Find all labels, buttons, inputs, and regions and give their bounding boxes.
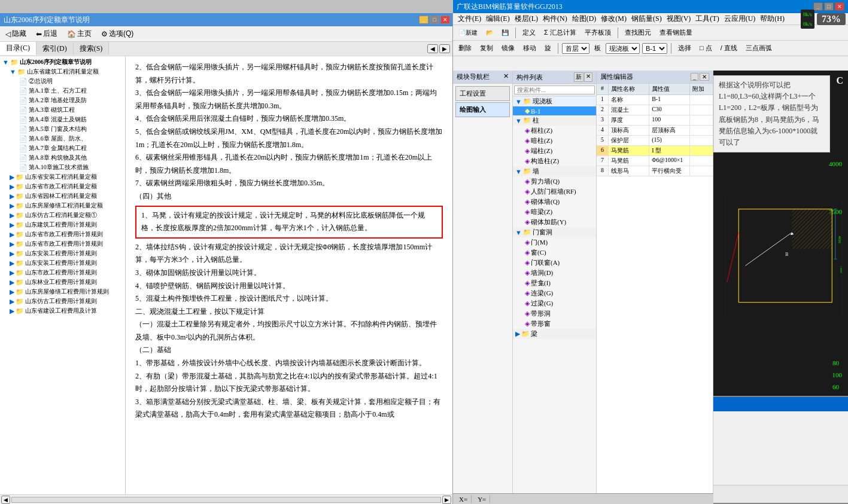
- scroll-left-btn[interactable]: ◀: [1, 496, 10, 504]
- drawing-input-btn[interactable]: 绘图输入: [455, 102, 510, 117]
- menu-modify[interactable]: 修改(M): [598, 13, 629, 25]
- props-minimize-btn[interactable]: _: [691, 73, 698, 81]
- comp-folder-wall[interactable]: ▼ 📁 墙: [513, 166, 596, 176]
- move-btn[interactable]: 移动: [520, 42, 539, 54]
- comp-folder-plate[interactable]: ▼ 📁 现浇板: [513, 96, 596, 106]
- comp-item-door[interactable]: ◈ 门(M): [513, 237, 596, 248]
- comp-item-al[interactable]: ◈ 暗梁(Z): [513, 207, 596, 217]
- tree-root[interactable]: ▼ 📁 山东2006序列定额章节说明: [1, 57, 124, 67]
- comp-item-dlc[interactable]: ◈ 门联窗(A): [513, 258, 596, 268]
- tab-index[interactable]: 索引(D): [37, 42, 74, 55]
- comp-item-ll[interactable]: ◈ 连梁(G): [513, 288, 596, 298]
- tree-item-fee2[interactable]: ▶ 📁 山东省市政工程费用计算规则: [8, 230, 124, 239]
- tree-item-a10[interactable]: 📄 第A.10章施工技术措施: [18, 163, 124, 172]
- summarize-btn[interactable]: Σ 汇总计算: [541, 27, 579, 38]
- props-value-6[interactable]: I 型: [649, 146, 690, 155]
- new-project-btn[interactable]: 📄新建: [455, 28, 481, 38]
- nav-next-btn[interactable]: ▶: [439, 44, 450, 53]
- close-btn[interactable]: ✕: [440, 16, 450, 24]
- tree-item-fee4[interactable]: ▶ 📁 山东安装工程费用计算规则: [8, 249, 124, 258]
- delete-btn[interactable]: 删除: [455, 42, 475, 54]
- tree-item-a3[interactable]: 📄 第A.3章 砌筑工程: [18, 105, 124, 115]
- hide-btn[interactable]: ◁ 隐藏: [2, 28, 29, 40]
- menu-view[interactable]: 视图(V): [664, 13, 694, 25]
- select-btn[interactable]: 选择: [675, 42, 694, 54]
- tree-item-fee10[interactable]: ▶ 📁 山东省建设工程费用及计算: [8, 306, 124, 316]
- comp-item-bk[interactable]: ◈ 壁龛(I): [513, 278, 596, 288]
- component-subtype-selector[interactable]: 现浇板: [606, 43, 640, 54]
- comp-item-qd[interactable]: ◈ 墙洞(D): [513, 268, 596, 278]
- more-btn[interactable]: 旋: [542, 42, 554, 54]
- comp-folder-beam[interactable]: ▶ 📁 梁: [513, 329, 596, 339]
- menu-tools[interactable]: 工具(T): [693, 13, 721, 25]
- align-top-btn[interactable]: 平齐板顶: [582, 27, 614, 38]
- tree-item-repair[interactable]: ▶ 📁 山东房屋修缮工程消耗量定额: [8, 201, 124, 210]
- line-btn[interactable]: / 直线: [718, 42, 740, 54]
- comp-item-qtq[interactable]: ◈ 砌体墙(Q): [513, 197, 596, 207]
- tree-item-fee8[interactable]: ▶ 📁 山东房屋修缮工程费用计算规则: [8, 287, 124, 297]
- comp-folder-col[interactable]: ▼ 📁 柱: [513, 115, 596, 126]
- define-btn[interactable]: 定义: [519, 27, 539, 38]
- mirror-btn[interactable]: 镜像: [499, 42, 518, 54]
- point-btn[interactable]: □ 点: [697, 42, 715, 54]
- tree-item-install[interactable]: ▶ 📁 山东省安装工程消耗量定额: [8, 172, 124, 182]
- tree-item-fee5[interactable]: ▶ 📁 山东安装工程费用计算规则: [8, 258, 124, 268]
- component-id-selector[interactable]: B-1: [642, 43, 667, 54]
- comp-item-b1[interactable]: ◆ B-1: [513, 106, 596, 115]
- comp-item-gl[interactable]: ◈ 过梁(G): [513, 298, 596, 308]
- comp-item-dxc[interactable]: ◈ 带形窗: [513, 319, 596, 329]
- nav-prev-btn[interactable]: ◀: [427, 44, 438, 53]
- options-btn[interactable]: ⚙ 选项(Q): [98, 28, 136, 40]
- comp-item-jlq[interactable]: ◈ 剪力墙(Q): [513, 176, 596, 187]
- tree-item-antique[interactable]: ▶ 📁 山东仿古工程消耗量定额①: [8, 210, 124, 220]
- comp-folder-door[interactable]: ▼ 📁 门窗洞: [513, 227, 596, 237]
- menu-draw[interactable]: 绘图(D): [570, 13, 599, 25]
- menu-cloud[interactable]: 云应用(U): [722, 13, 758, 25]
- comp-item-rfq[interactable]: ◈ 人防门框墙(RF): [513, 187, 596, 197]
- menu-component[interactable]: 构件(N): [540, 13, 570, 25]
- tree-item-municipal[interactable]: ▶ 📁 山东省市政工程消耗量定额: [8, 182, 124, 191]
- tree-item-a2[interactable]: 📄 第A.2章 地基处理及防: [18, 96, 124, 105]
- find-element-btn[interactable]: 查找图元: [622, 27, 654, 38]
- minimize-btn[interactable]: _: [419, 16, 428, 24]
- del-component-btn[interactable]: ✕: [584, 72, 592, 82]
- tree-item-a8[interactable]: 📄 第A.8章 构筑物及其他: [18, 153, 124, 163]
- tree-item-a5[interactable]: 📄 第A.5章 门窗及木结构: [18, 124, 124, 134]
- comp-item-dz[interactable]: ◈ 端柱(Z): [513, 146, 596, 156]
- home-btn[interactable]: 🏠 主页: [64, 28, 95, 40]
- tree-item-fee9[interactable]: ▶ 📁 山东仿古工程费用计算规则: [8, 297, 124, 306]
- scroll-right-btn[interactable]: ▶: [442, 496, 451, 504]
- menu-floor[interactable]: 楼层(L): [512, 13, 540, 25]
- tab-search[interactable]: 搜索(S): [74, 42, 110, 55]
- tree-item-a4[interactable]: 📄 第A.4章 混凝土及钢筋: [18, 115, 124, 124]
- save-btn[interactable]: 💾: [499, 28, 512, 37]
- floor-selector[interactable]: 首层: [562, 43, 589, 54]
- maximize-btn[interactable]: □: [430, 16, 439, 24]
- engineering-settings-btn[interactable]: 工程设置: [455, 86, 510, 101]
- tree-item-fee7[interactable]: ▶ 📁 山东林业工程费用计算规则: [8, 277, 124, 287]
- comp-item-kz[interactable]: ◈ 框柱(Z): [513, 126, 596, 136]
- check-steel-btn[interactable]: 查看钢筋量: [656, 27, 695, 38]
- module-nav-close[interactable]: ✕: [503, 72, 509, 81]
- menu-help[interactable]: 帮助(H): [758, 13, 787, 25]
- back-btn[interactable]: ⬅ 后退: [33, 28, 60, 40]
- tree-item-a1[interactable]: 📄 第A.1章 土、石方工程: [18, 86, 124, 96]
- copy-btn[interactable]: 复制: [477, 42, 496, 54]
- tree-item-general[interactable]: 📄 ②总说明: [18, 77, 124, 86]
- tree-item-fee6[interactable]: ▶ 📁 山东市政工程费用计算规则: [8, 268, 124, 277]
- new-component-btn[interactable]: 新: [574, 72, 583, 82]
- menu-steel[interactable]: 钢筋量(S): [629, 13, 664, 25]
- menu-file[interactable]: 文件(E): [455, 13, 484, 25]
- tree-item-garden[interactable]: ▶ 📁 山东省园林工程消耗量定额: [8, 191, 124, 201]
- tab-contents[interactable]: 目录(C): [0, 42, 37, 55]
- comp-item-az[interactable]: ◈ 暗柱(Z): [513, 136, 596, 146]
- comp-item-dxd[interactable]: ◈ 带形洞: [513, 308, 596, 319]
- open-btn[interactable]: 📂: [483, 28, 496, 37]
- comp-item-window[interactable]: ◈ 窗(C): [513, 248, 596, 258]
- tree-item-a7[interactable]: 📄 第A.7章 金属结构工程: [18, 143, 124, 153]
- menu-edit[interactable]: 编辑(E): [484, 13, 512, 25]
- component-search-input[interactable]: [514, 85, 595, 94]
- tree-item-shandong-building[interactable]: ▼ 📁 山东省建筑工程消耗量定额: [8, 67, 124, 77]
- comp-item-qtjj[interactable]: ◈ 砌体加筋(Y): [513, 217, 596, 227]
- comp-item-gz[interactable]: ◈ 构造柱(Z): [513, 156, 596, 166]
